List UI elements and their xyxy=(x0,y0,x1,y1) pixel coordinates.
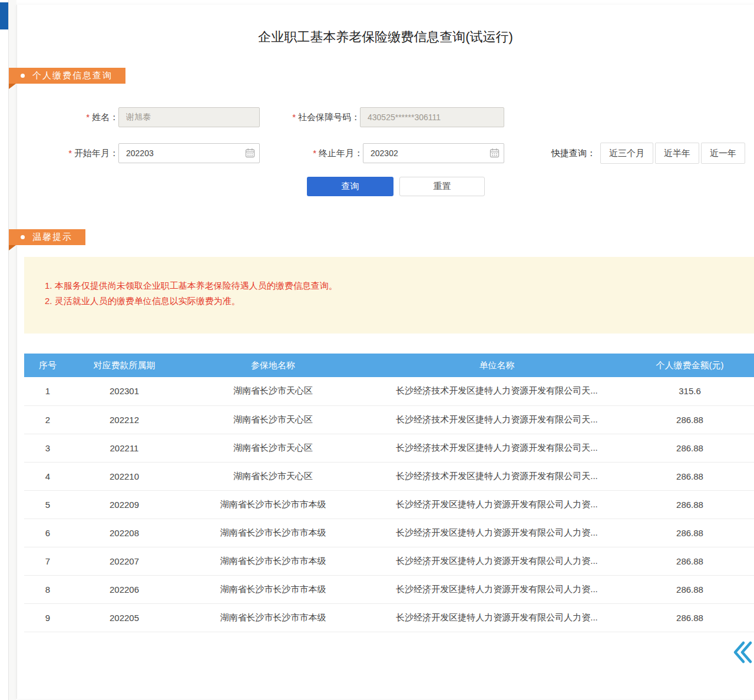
cell-index: 7 xyxy=(24,547,71,575)
cell-period: 202207 xyxy=(71,547,177,575)
reset-button[interactable]: 重置 xyxy=(399,177,485,196)
section-badge-personal-query: 个人缴费信息查询 xyxy=(9,68,125,84)
name-label: *姓名： xyxy=(39,107,118,127)
cell-amount: 286.88 xyxy=(625,575,754,603)
left-rail xyxy=(0,0,16,700)
cell-amount: 286.88 xyxy=(625,519,754,547)
ssn-input xyxy=(360,107,504,127)
cell-company: 长沙经济开发区捷特人力资源开发有限公司人力资... xyxy=(369,547,625,575)
required-asterisk: * xyxy=(68,148,72,158)
start-month-field xyxy=(118,143,260,163)
required-asterisk: * xyxy=(86,112,90,122)
cell-region: 湖南省长沙市长沙市市本级 xyxy=(177,547,369,575)
cell-period: 202206 xyxy=(71,575,177,603)
cell-region: 湖南省长沙市长沙市市本级 xyxy=(177,603,369,632)
start-month-label: *开始年月： xyxy=(39,143,118,163)
required-asterisk: * xyxy=(292,112,296,122)
payment-table: 序号对应费款所属期参保地名称单位名称个人缴费金额(元) 1202301湖南省长沙… xyxy=(24,354,754,632)
cell-index: 4 xyxy=(24,462,71,490)
name-label-text: 姓名： xyxy=(92,112,118,122)
table-row: 2202212湖南省长沙市天心区长沙经济技术开发区捷特人力资源开发有限公司天..… xyxy=(24,405,754,434)
cell-index: 5 xyxy=(24,490,71,519)
quick-option-1[interactable]: 近半年 xyxy=(655,143,699,164)
cell-region: 湖南省长沙市天心区 xyxy=(177,405,369,434)
quick-query-buttons: 近三个月近半年近一年 xyxy=(598,143,745,164)
page: { "title": "企业职工基本养老保险缴费信息查询(试运行)", "sec… xyxy=(0,0,754,700)
cell-index: 3 xyxy=(24,434,71,462)
main-panel: 企业职工基本养老保险缴费信息查询(试运行) 个人缴费信息查询 *姓名： *社会保… xyxy=(16,5,754,699)
cell-index: 9 xyxy=(24,603,71,632)
cell-amount: 286.88 xyxy=(625,462,754,490)
cell-index: 1 xyxy=(24,377,71,405)
ssn-label: *社会保障号码： xyxy=(260,107,360,127)
cell-index: 8 xyxy=(24,575,71,603)
cell-company: 长沙经济技术开发区捷特人力资源开发有限公司天... xyxy=(369,405,625,434)
cell-period: 202209 xyxy=(71,490,177,519)
quick-option-0[interactable]: 近三个月 xyxy=(600,143,653,164)
end-month-label-text: 终止年月： xyxy=(319,148,363,158)
notice-line: 1. 本服务仅提供尚未领取企业职工基本养老保险待遇人员的缴费信息查询。 xyxy=(45,278,743,293)
query-form-row-2: *开始年月： *终止年月： 快捷查询： 近三个月近半年近一年 xyxy=(17,143,754,164)
cell-period: 202211 xyxy=(71,434,177,462)
bullet-icon xyxy=(21,235,25,239)
column-header: 单位名称 xyxy=(369,354,625,377)
cell-company: 长沙经济开发区捷特人力资源开发有限公司人力资... xyxy=(369,490,625,519)
page-title: 企业职工基本养老保险缴费信息查询(试运行) xyxy=(17,28,754,46)
cell-period: 202301 xyxy=(71,377,177,405)
cell-amount: 286.88 xyxy=(625,434,754,462)
end-month-input[interactable] xyxy=(363,143,504,163)
required-asterisk: * xyxy=(313,148,316,158)
start-month-input[interactable] xyxy=(118,143,260,163)
cell-amount: 286.88 xyxy=(625,490,754,519)
form-action-row: 查询 重置 xyxy=(307,177,754,196)
query-button[interactable]: 查询 xyxy=(307,177,393,196)
quick-option-2[interactable]: 近一年 xyxy=(701,143,745,164)
cell-amount: 315.6 xyxy=(625,377,754,405)
name-input xyxy=(118,107,260,127)
cell-region: 湖南省长沙市天心区 xyxy=(177,462,369,490)
cell-company: 长沙经济开发区捷特人力资源开发有限公司人力资... xyxy=(369,575,625,603)
cell-region: 湖南省长沙市天心区 xyxy=(177,434,369,462)
cell-period: 202208 xyxy=(71,519,177,547)
table-row: 5202209湖南省长沙市长沙市市本级长沙经济开发区捷特人力资源开发有限公司人力… xyxy=(24,490,754,519)
table-row: 8202206湖南省长沙市长沙市市本级长沙经济开发区捷特人力资源开发有限公司人力… xyxy=(24,575,754,603)
cell-period: 202212 xyxy=(71,405,177,434)
quick-query-label: 快捷查询： xyxy=(551,148,596,159)
cell-amount: 286.88 xyxy=(625,405,754,434)
ssn-label-text: 社会保障号码： xyxy=(298,112,360,122)
notice-list: 1. 本服务仅提供尚未领取企业职工基本养老保险待遇人员的缴费信息查询。2. 灵活… xyxy=(45,278,743,309)
cell-region: 湖南省长沙市长沙市市本级 xyxy=(177,490,369,519)
bullet-icon xyxy=(21,74,25,78)
cell-amount: 286.88 xyxy=(625,547,754,575)
column-header: 序号 xyxy=(24,354,71,377)
table-header-row: 序号对应费款所属期参保地名称单位名称个人缴费金额(元) xyxy=(24,354,754,377)
notice-box: 1. 本服务仅提供尚未领取企业职工基本养老保险待遇人员的缴费信息查询。2. 灵活… xyxy=(24,257,754,334)
table-row: 7202207湖南省长沙市长沙市市本级长沙经济开发区捷特人力资源开发有限公司人力… xyxy=(24,547,754,575)
section-badge-label: 温馨提示 xyxy=(32,232,72,243)
section-badge-label: 个人缴费信息查询 xyxy=(32,70,113,81)
cell-index: 2 xyxy=(24,405,71,434)
column-header: 对应费款所属期 xyxy=(71,354,177,377)
cell-region: 湖南省长沙市长沙市市本级 xyxy=(177,519,369,547)
end-month-label: *终止年月： xyxy=(260,143,363,163)
table-row: 6202208湖南省长沙市长沙市市本级长沙经济开发区捷特人力资源开发有限公司人力… xyxy=(24,519,754,547)
start-month-label-text: 开始年月： xyxy=(74,148,118,158)
cell-period: 202210 xyxy=(71,462,177,490)
section-badge-tips: 温馨提示 xyxy=(9,229,85,245)
cell-company: 长沙经济技术开发区捷特人力资源开发有限公司天... xyxy=(369,434,625,462)
cell-index: 6 xyxy=(24,519,71,547)
cell-company: 长沙经济开发区捷特人力资源开发有限公司人力资... xyxy=(369,603,625,632)
query-form-row-1: *姓名： *社会保障号码： xyxy=(17,107,754,127)
table-body: 1202301湖南省长沙市天心区长沙经济技术开发区捷特人力资源开发有限公司天..… xyxy=(24,377,754,632)
table-row: 4202210湖南省长沙市天心区长沙经济技术开发区捷特人力资源开发有限公司天..… xyxy=(24,462,754,490)
cell-company: 长沙经济开发区捷特人力资源开发有限公司人力资... xyxy=(369,519,625,547)
column-header: 参保地名称 xyxy=(177,354,369,377)
cell-company: 长沙经济技术开发区捷特人力资源开发有限公司天... xyxy=(369,462,625,490)
cell-company: 长沙经济技术开发区捷特人力资源开发有限公司天... xyxy=(369,377,625,405)
end-month-field xyxy=(363,143,504,163)
collapse-chevron-icon[interactable] xyxy=(732,639,754,666)
sidebar-accent-block xyxy=(0,2,8,29)
column-header: 个人缴费金额(元) xyxy=(625,354,754,377)
cell-region: 湖南省长沙市长沙市市本级 xyxy=(177,575,369,603)
notice-line: 2. 灵活就业人员的缴费单位信息以实际缴费为准。 xyxy=(45,293,743,309)
